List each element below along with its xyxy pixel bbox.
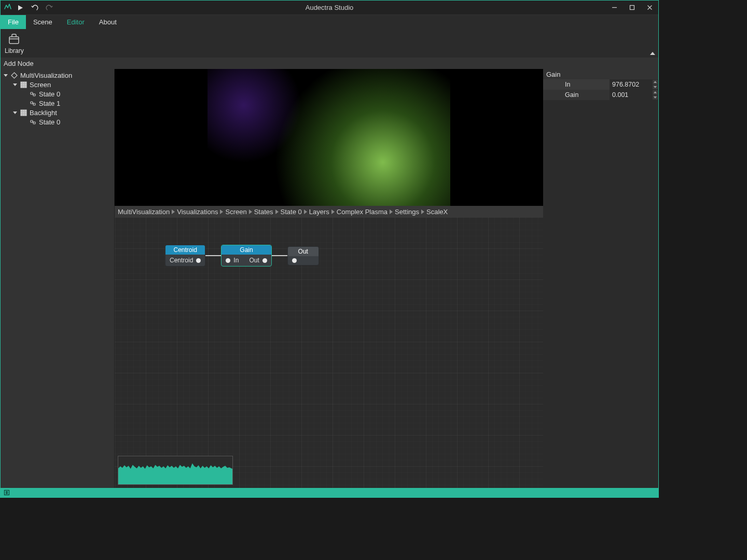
prop-label: In [543, 79, 610, 90]
close-button[interactable] [641, 1, 658, 15]
ribbon-expand-icon[interactable] [650, 49, 655, 57]
port-out[interactable] [196, 258, 201, 263]
caret-down-icon[interactable] [12, 110, 18, 115]
properties-header: Gain [543, 69, 658, 79]
node-title: Centroid [165, 245, 205, 255]
maximize-button[interactable] [623, 1, 641, 15]
minimize-button[interactable] [605, 1, 623, 15]
ribbon: Library [1, 29, 658, 58]
svg-rect-4 [25, 82, 26, 83]
section-add-node: Add Node [1, 58, 658, 69]
port-in[interactable] [226, 258, 230, 263]
svg-rect-3 [23, 82, 24, 83]
undo-button[interactable] [29, 2, 41, 13]
crumb-item[interactable]: Screen [225, 208, 246, 216]
tree-screen-state0[interactable]: State 0 [1, 89, 114, 99]
redo-button[interactable] [43, 2, 56, 13]
spinner[interactable] [653, 80, 658, 90]
svg-rect-13 [31, 102, 33, 104]
menu-editor[interactable]: Editor [60, 15, 92, 29]
svg-rect-20 [25, 112, 26, 114]
svg-rect-2 [21, 82, 22, 83]
tree-backlight-state0[interactable]: State 0 [1, 117, 114, 127]
tree-backlight[interactable]: Backlight [1, 108, 114, 117]
svg-rect-1 [9, 37, 19, 44]
state-icon [29, 119, 37, 125]
svg-rect-18 [21, 112, 22, 114]
svg-rect-24 [31, 120, 33, 122]
state-icon [29, 91, 37, 97]
port-out[interactable] [262, 258, 267, 263]
port-in[interactable] [292, 258, 297, 263]
svg-rect-15 [21, 110, 22, 111]
crumb-item[interactable]: State 0 [281, 208, 302, 216]
status-bar [1, 488, 658, 498]
library-button[interactable]: Library [5, 33, 24, 54]
caret-down-icon[interactable] [3, 73, 9, 77]
tree-multivisualization[interactable]: MultiVisualization [1, 71, 114, 80]
crumb-item[interactable]: Settings [395, 208, 419, 216]
crumb-item[interactable]: States [254, 208, 273, 216]
properties-panel: Gain In 976.8702 Gain 0.001 [543, 69, 658, 488]
svg-rect-6 [23, 84, 24, 86]
library-label: Library [5, 47, 24, 54]
preview-canvas [208, 69, 450, 206]
node-title: Gain [222, 245, 271, 255]
svg-rect-7 [25, 84, 26, 86]
prop-value-gain[interactable]: 0.001 [610, 90, 658, 100]
menu-file[interactable]: File [1, 15, 26, 29]
svg-rect-5 [21, 84, 22, 86]
svg-rect-23 [25, 114, 26, 116]
crumb-item[interactable]: ScaleX [426, 208, 448, 216]
prop-row-in: In 976.8702 [543, 79, 658, 90]
play-button[interactable] [14, 2, 26, 13]
crumb-item[interactable]: MultiVisualization [118, 208, 170, 216]
menu-bar: File Scene Editor About [1, 15, 658, 29]
diamond-icon [10, 72, 18, 79]
window-title: Audectra Studio [306, 4, 354, 11]
status-icon[interactable] [4, 489, 10, 497]
svg-rect-8 [21, 86, 22, 88]
preview-viewport [115, 69, 543, 206]
svg-rect-11 [31, 92, 33, 94]
prop-row-gain: Gain 0.001 [543, 90, 658, 100]
caret-down-icon[interactable] [12, 82, 18, 87]
crumb-item[interactable]: Complex Plasma [337, 208, 388, 216]
breadcrumb: MultiVisualization Visualizations Screen… [115, 206, 543, 217]
grid-icon [19, 109, 27, 116]
node-out[interactable]: Out [287, 246, 319, 265]
node-centroid[interactable]: Centroid Centroid [165, 245, 205, 267]
crumb-item[interactable]: Visualizations [177, 208, 218, 216]
svg-rect-17 [25, 110, 26, 111]
svg-rect-10 [25, 86, 26, 88]
crumb-item[interactable]: Layers [309, 208, 329, 216]
prop-value-in[interactable]: 976.8702 [610, 79, 658, 90]
state-icon [29, 100, 37, 107]
tree-screen-state1[interactable]: State 1 [1, 99, 114, 108]
scene-tree: MultiVisualization Screen State 0 State … [1, 69, 115, 488]
svg-rect-21 [21, 114, 22, 116]
menu-scene[interactable]: Scene [26, 15, 60, 29]
app-logo-icon [4, 3, 12, 12]
node-title: Out [288, 247, 319, 256]
title-bar: Audectra Studio [1, 1, 658, 15]
node-wire [272, 255, 287, 256]
node-gain[interactable]: Gain In Out [221, 245, 271, 267]
svg-rect-16 [23, 110, 24, 111]
prop-label: Gain [543, 90, 610, 100]
grid-icon [19, 81, 27, 88]
svg-rect-9 [23, 86, 24, 88]
node-graph[interactable]: Centroid Centroid Gain In Out [115, 217, 543, 488]
waveform-panel [118, 456, 233, 485]
node-wire [205, 255, 221, 256]
svg-rect-19 [23, 112, 24, 114]
menu-about[interactable]: About [92, 15, 124, 29]
spinner[interactable] [653, 90, 658, 100]
tree-screen[interactable]: Screen [1, 80, 114, 89]
svg-rect-22 [23, 114, 24, 116]
svg-rect-0 [630, 6, 634, 10]
